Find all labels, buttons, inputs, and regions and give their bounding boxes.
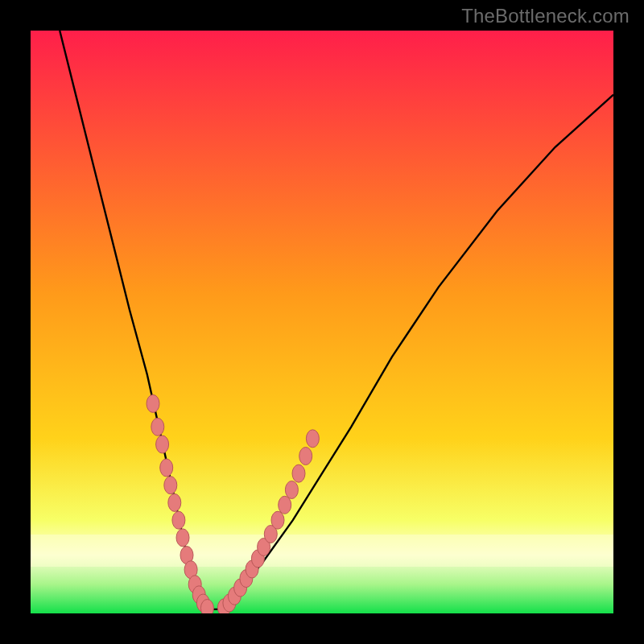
data-dot [151, 418, 164, 436]
chart-svg [31, 31, 613, 613]
data-dot [156, 436, 169, 453]
data-dot [271, 511, 284, 529]
gradient-background [31, 31, 613, 613]
data-dot [285, 481, 298, 499]
watermark-text: TheBottleneck.com [461, 5, 630, 27]
data-dot [176, 529, 189, 547]
data-dot [172, 511, 185, 529]
data-dot [160, 459, 173, 477]
data-dot [164, 477, 177, 494]
data-dot [306, 430, 319, 448]
data-dot [299, 448, 312, 465]
data-dot [279, 496, 291, 514]
pale-band [31, 535, 613, 567]
chart-outer-frame: TheBottleneck.com [0, 0, 644, 644]
data-dot [200, 600, 213, 614]
plot-area [31, 31, 613, 613]
data-dot [292, 464, 305, 482]
data-dot [147, 394, 159, 412]
data-dot [168, 493, 181, 511]
